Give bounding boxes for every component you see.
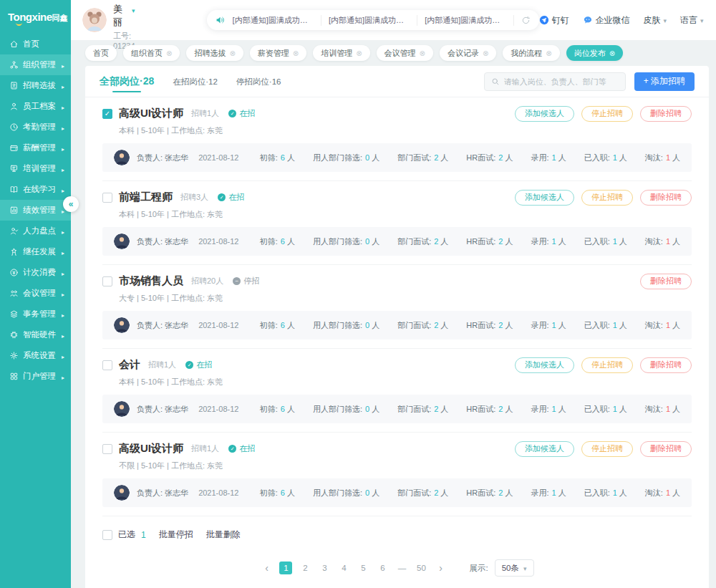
delete-recruit-button[interactable]: 删除招聘 [640,106,692,122]
sidebar-item-performance[interactable]: 绩效管理 [0,200,71,221]
job-checkbox[interactable] [102,276,112,286]
search-box[interactable] [484,72,626,91]
add-candidate-button[interactable]: 添加候选人 [515,190,574,206]
page-button[interactable]: 5 [357,562,369,574]
batch-stop-button[interactable]: 批量停招 [159,529,193,541]
job-status-badge: 在招 [185,360,212,370]
add-candidate-button[interactable]: 添加候选人 [515,106,574,122]
sidebar-item-org-management[interactable]: 组织管理 [0,54,71,75]
search-input[interactable] [504,77,619,86]
sidebar-item-online-learning[interactable]: 在线学习 [0,179,71,200]
succession-icon [9,247,19,256]
sidebar-item-affairs[interactable]: 事务管理 [0,304,71,324]
tab-open-jobs[interactable]: 在招岗位·12 [173,67,218,97]
notice-item[interactable]: [内部通知]圆满成功举办省人协会员... [233,15,321,26]
status-stop-icon [233,277,241,285]
sidebar-item-consumption[interactable]: 计次消费 [0,262,71,283]
add-recruit-button[interactable]: + 添加招聘 [634,72,695,91]
tab-job-posting[interactable]: 岗位发布 [566,45,623,61]
job-checkbox[interactable] [102,360,112,370]
job-checkbox[interactable] [102,193,112,203]
sidebar-item-salary[interactable]: 薪酬管理 [0,138,71,158]
tab-meeting[interactable]: 会议管理 [377,45,433,61]
sidebar-item-succession[interactable]: 继任发展 [0,241,71,262]
close-icon[interactable] [609,49,615,57]
close-icon[interactable] [420,49,425,57]
delete-recruit-button[interactable]: 删除招聘 [640,274,692,289]
chevron-right-icon [62,269,64,277]
job-stats-bar: 负责人: 张志华 2021-08-12 初筛:6人 用人部门筛选:0人 部门面试… [102,395,692,423]
stop-recruit-button[interactable]: 停止招聘 [581,106,633,122]
stop-recruit-button[interactable]: 停止招聘 [581,441,633,457]
close-icon[interactable] [229,49,235,57]
notice-item[interactable]: [内部通知]圆满成功举办省人协会员... [425,15,513,26]
job-date: 2021-08-12 [198,405,238,413]
sidebar-item-meeting[interactable]: 会议管理 [0,283,71,304]
prev-page-button[interactable] [260,562,273,574]
delete-recruit-button[interactable]: 删除招聘 [640,357,692,373]
page-button[interactable]: 3 [318,562,331,574]
tab-training[interactable]: 培训管理 [313,45,369,61]
page-button[interactable]: 2 [299,562,311,574]
sidebar-item-system-settings[interactable]: 系统设置 [0,345,71,366]
page-button[interactable]: 50 [415,562,427,574]
sidebar-item-employee-archive[interactable]: 员工档案 [0,96,71,117]
tab-home[interactable]: 首页 [85,45,117,61]
recruit-icon [9,81,19,90]
stop-recruit-button[interactable]: 停止招聘 [581,190,633,206]
sidebar-item-home[interactable]: 首页 [0,34,71,54]
sidebar-item-training[interactable]: 培训管理 [0,158,71,179]
close-icon[interactable] [483,49,488,57]
chevron-right-icon [62,331,64,339]
page-button[interactable]: 4 [337,562,350,574]
sidebar-item-attendance[interactable]: 考勤管理 [0,117,71,138]
close-icon[interactable] [356,49,362,57]
add-candidate-button[interactable]: 添加候选人 [515,441,574,457]
close-icon[interactable] [293,49,299,57]
tab-all-jobs[interactable]: 全部岗位·28 [100,66,154,97]
close-icon[interactable] [166,49,172,57]
stat-item: 部门面试:2人 [397,320,448,331]
sidebar-item-recruitment[interactable]: 招聘选拔 [0,75,71,96]
notice-ticker: [内部通知]圆满成功举办省人协会员... [内部通知]圆满成功举办省人协会员..… [207,10,539,30]
tab-stopped-jobs[interactable]: 停招岗位·16 [236,67,281,97]
page-size-select[interactable]: 50条 [495,559,534,577]
sidebar-collapse-button[interactable] [63,196,79,212]
stat-item: 部门面试:2人 [397,404,448,415]
delete-recruit-button[interactable]: 删除招聘 [640,441,692,457]
page-button[interactable]: 1 [279,562,292,574]
language-dropdown[interactable]: 语言 [680,14,704,26]
refresh-icon[interactable] [521,16,531,25]
add-candidate-button[interactable]: 添加候选人 [515,357,574,373]
close-icon[interactable] [546,49,551,57]
sidebar-item-portal[interactable]: 门户管理 [0,366,71,387]
stat-item: 初筛:6人 [260,153,295,163]
batch-delete-button[interactable]: 批量删除 [206,529,241,541]
wecom-button[interactable]: 企业微信 [583,14,630,26]
notice-item[interactable]: [内部通知]圆满成功举办省人协会员... [329,15,417,26]
job-meta: 本科 | 5-10年 | 工作地点: 东莞 [119,377,692,387]
page-button[interactable]: 6 [376,562,389,574]
stat-item: 初筛:6人 [260,404,295,415]
chevron-right-icon [62,185,64,194]
sidebar-item-hr-inventory[interactable]: 人力盘点 [0,221,71,241]
select-all-checkbox[interactable] [102,530,112,540]
training-icon [9,164,19,173]
tab-recruitment[interactable]: 招聘选拔 [186,45,243,61]
stat-item: HR面试:2人 [466,488,513,498]
stat-item: 部门面试:2人 [397,153,448,163]
tab-org-home[interactable]: 组织首页 [123,45,180,61]
stat-item: 部门面试:2人 [397,236,448,247]
tab-salary[interactable]: 薪资管理 [250,45,306,61]
stop-recruit-button[interactable]: 停止招聘 [581,357,633,373]
tab-meeting-records[interactable]: 会议记录 [440,45,496,61]
skin-dropdown[interactable]: 皮肤 [644,14,667,26]
dingtalk-button[interactable]: 钉钉 [539,14,569,26]
owner-avatar [114,485,130,501]
delete-recruit-button[interactable]: 删除招聘 [640,190,692,206]
sidebar-item-hardware[interactable]: 智能硬件 [0,324,71,345]
job-checkbox[interactable] [102,109,112,119]
job-checkbox[interactable] [102,444,112,454]
tab-my-process[interactable]: 我的流程 [503,45,559,61]
next-page-button[interactable] [434,562,447,574]
